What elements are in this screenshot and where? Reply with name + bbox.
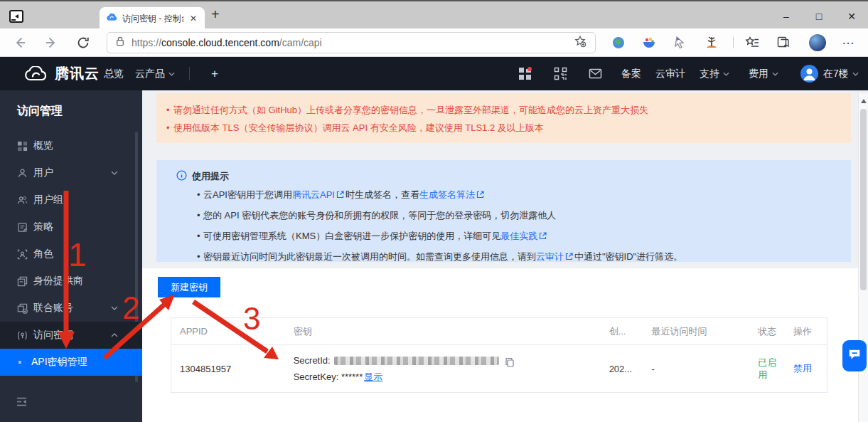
secret-cell: SecretId: SecretKey: ******显示 (285, 352, 601, 385)
browser-menu-icon[interactable]: … (842, 33, 855, 48)
chevron-down-icon (772, 72, 778, 76)
topnav-products[interactable]: 云产品 (135, 57, 175, 90)
sidebar-item-user-groups[interactable]: 用户组 (0, 186, 142, 213)
sidebar-title: 访问管理 (17, 104, 63, 119)
chevron-down-icon (723, 72, 729, 76)
console-main: 请勿通过任何方式（如 GitHub）上传或者分享您的密钥信息，一旦泄露至外部渠道… (142, 90, 868, 422)
sidebar-item-federated-accounts[interactable]: 联合账号 (0, 295, 142, 322)
sidebar-item-api-key-management[interactable]: API密钥管理 (0, 349, 142, 376)
col-appid: APPID (171, 326, 285, 337)
toolbar-separator (733, 37, 734, 48)
qr-icon[interactable] (554, 67, 567, 80)
create-key-button[interactable]: 新建密钥 (158, 277, 220, 297)
url-text: https://console.cloud.tencent.com/cam/ca… (132, 37, 567, 48)
disable-key-link[interactable]: 禁用 (793, 363, 812, 374)
active-item-bullet (18, 361, 21, 364)
signature-algorithm-link[interactable]: 生成签名算法 (419, 189, 475, 200)
chevron-down-icon (852, 72, 859, 76)
user-icon (17, 168, 28, 179)
sidebar-item-identity-providers[interactable]: 身份提供商 (0, 268, 142, 295)
topnav-beian[interactable]: 备案 (621, 57, 641, 90)
table-header-row: APPID 密钥 创... 最近访问时间 状态 操作 (171, 318, 827, 345)
chat-support-button[interactable] (842, 340, 867, 371)
topnav-billing[interactable]: 费用 (749, 57, 778, 90)
sidebar-item-users[interactable]: 用户 (0, 159, 142, 186)
scroll-up-icon[interactable] (861, 99, 867, 103)
tip-line: 可使用密钥管理系统（KMS）白盒密钥进一步保护密钥的使用，详细可见最佳实践 (176, 226, 840, 246)
topnav-account-name[interactable]: 在7楼 (823, 57, 859, 90)
sidebar-item-policies[interactable]: 策略 (0, 213, 142, 241)
new-tab-button[interactable]: + (211, 6, 220, 23)
tip-line: 您的 API 密钥代表您的账号身份和所拥有的权限，等同于您的登录密码，切勿泄露他… (176, 205, 840, 226)
topnav-overview[interactable]: 总览 (104, 57, 124, 90)
refresh-icon[interactable] (76, 36, 90, 50)
tencent-cloud-logo[interactable]: 腾讯云 (24, 64, 100, 83)
col-secret: 密钥 (285, 325, 601, 338)
scrollbar-thumb[interactable] (860, 109, 867, 290)
minimize-button[interactable]: – (770, 3, 803, 30)
back-icon[interactable] (13, 36, 27, 50)
col-created: 创... (601, 325, 643, 338)
warning-banner: 请勿通过任何方式（如 GitHub）上传或者分享您的密钥信息，一旦泄露至外部渠道… (156, 93, 851, 143)
chevron-down-icon (111, 306, 118, 310)
secretkey-masked: ****** (341, 369, 363, 385)
forward-icon[interactable] (44, 36, 58, 50)
console-sidebar: 访问管理 概览 用户 用户组 策略 角色 身份提供商 (0, 90, 142, 422)
api-keys-table: APPID 密钥 创... 最近访问时间 状态 操作 1304851957 Se… (171, 317, 827, 393)
browser-tab[interactable]: 访问密钥 - 控制台 ✕ (100, 7, 205, 30)
user-group-icon (17, 195, 28, 206)
sidebar-item-access-keys[interactable]: 访问密钥 (0, 322, 142, 349)
collections-icon[interactable] (776, 36, 791, 50)
sidebar-item-roles[interactable]: 角色 (0, 241, 142, 268)
best-practice-link[interactable]: 最佳实践 (500, 231, 537, 241)
browser-titlebar: 访问密钥 - 控制台 ✕ + – □ ✕ (0, 0, 868, 28)
collapse-sidebar-icon[interactable] (16, 396, 28, 408)
show-secretkey-link[interactable]: 显示 (364, 369, 382, 385)
sidebar-item-overview[interactable]: 概览 (0, 132, 142, 159)
favorites-list-icon[interactable] (745, 36, 759, 50)
tips-title: 使用提示 (192, 170, 229, 183)
extension-tree-icon[interactable] (704, 36, 719, 50)
chevron-down-icon (111, 171, 118, 175)
tencent-cloud-api-link[interactable]: 腾讯云API (292, 189, 335, 200)
external-link-icon (539, 232, 547, 240)
tab-actions-icon[interactable] (9, 9, 24, 24)
address-bar[interactable]: https://console.cloud.tencent.com/cam/ca… (107, 32, 596, 53)
idp-icon (17, 276, 28, 287)
browser-toolbar: https://console.cloud.tencent.com/cam/ca… (0, 28, 868, 57)
browser-window: 访问密钥 - 控制台 ✕ + – □ ✕ https://console.clo… (0, 0, 868, 422)
account-avatar[interactable] (800, 65, 818, 83)
extension-globe-icon[interactable] (611, 36, 626, 50)
cloud-audit-link[interactable]: 云审计 (536, 251, 564, 262)
topnav-add-button[interactable]: + (211, 57, 218, 90)
overview-icon (17, 141, 28, 152)
topnav-support[interactable]: 支持 (700, 57, 729, 90)
col-action: 操作 (785, 325, 827, 338)
page-scrollbar[interactable] (858, 93, 868, 422)
info-icon (176, 170, 187, 183)
last-access-value: - (643, 364, 750, 374)
copy-icon[interactable] (505, 356, 515, 366)
status-badge: 已启用 (758, 357, 781, 381)
appid-value: 1304851957 (171, 364, 285, 374)
tip-line: 密钥最近访问时间为此密钥最近一次被调用的时间。如需查询更多使用信息，请到云审计中… (176, 246, 840, 267)
favorite-add-icon[interactable] (574, 35, 586, 51)
topnav-cloud-audit[interactable]: 云审计 (655, 57, 685, 90)
browser-profile-avatar[interactable] (809, 34, 826, 51)
tab-close-icon[interactable]: ✕ (188, 14, 198, 23)
external-link-icon (476, 191, 484, 199)
secretkey-label: SecretKey: (294, 369, 339, 385)
maximize-button[interactable]: □ (803, 3, 835, 30)
close-button[interactable]: ✕ (835, 3, 868, 30)
chat-icon (847, 347, 862, 364)
mail-icon[interactable] (589, 67, 602, 80)
role-icon (17, 249, 28, 260)
warning-line: 使用低版本 TLS（安全传输层协议）调用云 API 有安全风险，建议使用 TLS… (166, 119, 841, 137)
created-value: 202... (601, 364, 643, 374)
grid-apps-icon[interactable] (518, 67, 532, 80)
lock-icon[interactable] (116, 36, 124, 49)
tab-favicon-cloud-icon (106, 11, 117, 26)
extension-bowl-icon[interactable] (642, 36, 656, 50)
extension-cursor-icon[interactable] (673, 36, 687, 50)
usage-tips-box: 使用提示 云API密钥用于您调用腾讯云API时生成签名，查看生成签名算法 您的 … (156, 160, 851, 262)
